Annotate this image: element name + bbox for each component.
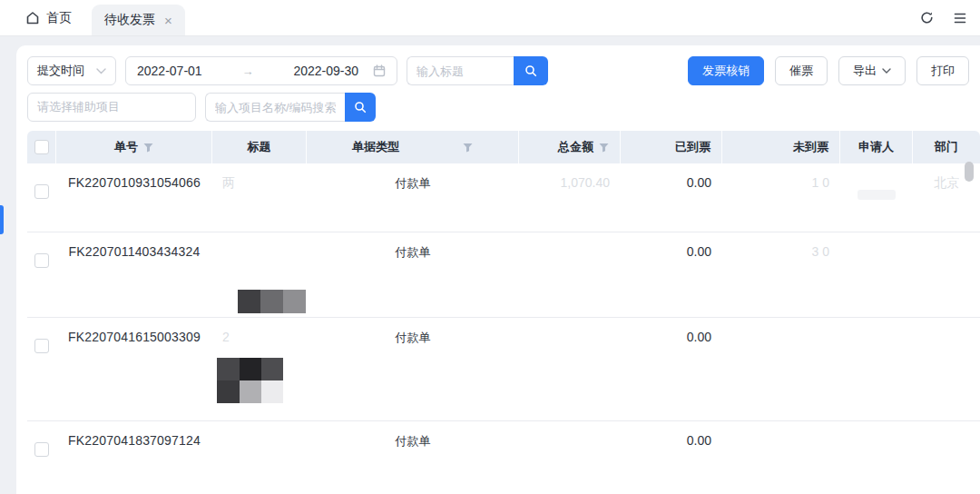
select-all-checkbox[interactable] (34, 140, 49, 154)
cell-total-redacted (519, 318, 621, 420)
cell-invoice-received: 0.00 (621, 421, 722, 494)
date-field-select[interactable]: 提交时间 (27, 56, 116, 85)
cell-invoice-received: 0.00 (621, 163, 722, 232)
date-to: 2022-09-30 (293, 64, 358, 78)
cell-department-redacted (913, 232, 980, 317)
column-header-title: 标题 (212, 131, 307, 163)
row-checkbox[interactable] (34, 184, 49, 199)
cell-pending-redacted: 3 0 (722, 232, 840, 317)
vertical-scrollbar[interactable] (965, 162, 974, 182)
cell-applicant-redacted (840, 421, 913, 494)
column-header-invoice-pending: 未到票 (722, 131, 840, 163)
project-search-group (205, 93, 376, 122)
urge-invoice-button[interactable]: 催票 (775, 56, 828, 85)
cell-doc-type: 付款单 (307, 318, 519, 420)
cell-doc-type: 付款单 (307, 421, 519, 494)
cell-doc-no: FK2207041837097124 (56, 421, 212, 494)
project-search-button[interactable] (345, 93, 376, 122)
side-panel-handle[interactable] (0, 205, 4, 234)
home-icon (25, 11, 40, 25)
cell-total-redacted (519, 232, 621, 317)
tab-pending-invoices[interactable]: 待收发票 × (92, 5, 185, 35)
cell-title-redacted (212, 421, 307, 494)
title-search-input[interactable] (407, 56, 514, 85)
table-row[interactable]: FK2207041837097124 付款单 0.00 (27, 421, 980, 494)
cell-doc-no: FK2207011403434324 (56, 232, 212, 317)
invoice-table: 单号 标题 单据类型 总金额 已到票 (27, 131, 980, 494)
title-search-button[interactable] (514, 56, 548, 85)
content-panel: 提交时间 2022-07-01 → 2022-09-30 发 (16, 45, 980, 494)
column-header-invoice-received: 已到票 (621, 131, 722, 163)
date-range-arrow-icon: → (210, 64, 287, 78)
search-icon (524, 64, 537, 77)
cell-title-redacted: 两 (212, 163, 307, 232)
table-row[interactable]: FK2207041615003309 2 付款单 0.00 (27, 318, 980, 421)
cell-applicant-redacted (840, 318, 913, 420)
chevron-down-icon (882, 68, 891, 74)
date-from: 2022-07-01 (137, 64, 202, 78)
row-checkbox[interactable] (34, 339, 49, 353)
calendar-icon (373, 64, 386, 77)
redaction-mosaic (217, 358, 283, 403)
aux-project-placeholder: 请选择辅助项目 (37, 99, 120, 115)
cell-invoice-received: 0.00 (621, 318, 722, 420)
column-header-total-amount: 总金额 (519, 131, 621, 163)
date-range-picker[interactable]: 2022-07-01 → 2022-09-30 (125, 56, 397, 85)
action-button-zone: 发票核销 催票 导出 打印 (688, 56, 969, 85)
filter-row-1: 提交时间 2022-07-01 → 2022-09-30 发 (27, 56, 980, 85)
search-icon (354, 101, 367, 114)
project-search-input[interactable] (205, 93, 345, 122)
column-header-applicant: 申请人 (840, 131, 913, 163)
cell-invoice-received: 0.00 (621, 232, 722, 317)
export-button[interactable]: 导出 (838, 56, 906, 85)
menu-icon[interactable] (953, 12, 967, 25)
redaction-mosaic (238, 290, 306, 313)
print-button[interactable]: 打印 (916, 56, 969, 85)
cell-applicant-redacted (840, 163, 913, 232)
cell-doc-no: FK2207041615003309 (56, 318, 212, 420)
cell-doc-no: FK2207010931054066 (56, 163, 212, 232)
column-header-doc-type: 单据类型 (307, 131, 519, 163)
table-header: 单号 标题 单据类型 总金额 已到票 (27, 131, 980, 163)
cell-pending-redacted (722, 318, 840, 420)
cell-pending-redacted: 1 0 (722, 163, 840, 232)
aux-project-select[interactable]: 请选择辅助项目 (27, 93, 196, 122)
tab-home-label: 首页 (46, 10, 72, 26)
tab-bar: 首页 待收发票 × (0, 0, 980, 36)
chevron-down-icon (96, 68, 106, 74)
cell-department-redacted (913, 421, 980, 494)
close-icon[interactable]: × (164, 14, 172, 27)
cell-total-redacted (519, 421, 621, 494)
row-checkbox[interactable] (34, 253, 49, 268)
cell-total-redacted: 1,070.40 (519, 163, 621, 232)
refresh-icon[interactable] (919, 10, 935, 25)
cell-department-redacted (913, 318, 980, 420)
title-search-group (407, 56, 548, 85)
table-row[interactable]: FK2207011403434324 付款单 0.00 3 0 (27, 232, 980, 318)
cell-doc-type: 付款单 (307, 232, 519, 317)
row-checkbox[interactable] (34, 442, 49, 457)
export-button-label: 导出 (853, 63, 877, 79)
column-header-doc-no: 单号 (56, 131, 212, 163)
date-field-select-value: 提交时间 (37, 63, 84, 79)
cell-applicant-redacted (840, 232, 913, 317)
tab-home[interactable]: 首页 (25, 10, 72, 26)
cell-doc-type: 付款单 (307, 163, 519, 232)
tab-pending-invoices-label: 待收发票 (104, 12, 155, 28)
column-header-department: 部门 (913, 131, 980, 163)
filter-icon[interactable] (599, 143, 609, 153)
invoice-verify-button[interactable]: 发票核销 (688, 56, 764, 85)
cell-pending-redacted (722, 421, 840, 494)
filter-icon[interactable] (463, 143, 473, 153)
table-row[interactable]: FK2207010931054066 两 付款单 1,070.40 0.00 1… (27, 163, 980, 232)
filter-icon[interactable] (143, 143, 153, 153)
filter-row-2: 请选择辅助项目 (27, 93, 980, 122)
